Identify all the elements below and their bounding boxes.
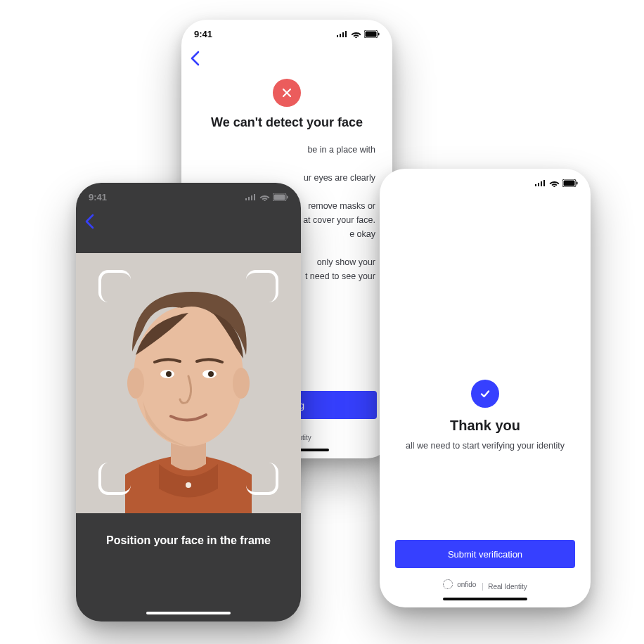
camera-viewport [76,253,301,513]
brand-footer: onfido Real Identity [380,579,591,591]
wifi-icon [351,30,361,38]
tip-1: be in a place with [194,143,375,157]
submit-button-label: Submit verification [448,549,522,560]
back-icon[interactable] [190,51,200,69]
svg-point-13 [233,368,250,399]
status-time: 9:41 [194,29,212,39]
signal-icon [535,179,546,186]
brand-logo-icon [443,579,453,589]
battery-icon [562,179,578,187]
svg-point-17 [208,371,214,377]
svg-point-15 [166,371,172,377]
status-bar: 9:41 [76,183,301,211]
back-icon[interactable] [84,214,94,232]
phone-camera-screen: 9:41 [76,183,301,622]
status-bar [380,169,591,197]
svg-rect-8 [287,195,288,198]
nav-bar [181,48,392,72]
brand-name: onfido [457,581,476,588]
check-icon [471,380,499,408]
svg-point-10 [186,482,191,488]
error-title: We can't detect your face [194,115,380,130]
camera-instruction: Position your face in the frame [76,534,301,547]
success-message: all we need to start verifying your iden… [380,439,591,453]
nav-bar [76,211,301,235]
wifi-icon [549,179,560,187]
brand-tagline: Real Identity [482,583,527,591]
battery-icon [364,30,380,38]
error-icon [273,79,301,107]
wifi-icon [259,193,270,201]
home-indicator [443,598,527,600]
submit-button[interactable]: Submit verification [395,540,575,568]
signal-icon [245,193,257,200]
svg-rect-5 [577,181,578,184]
home-indicator [146,612,231,614]
phone-success-screen: Thank you all we need to start verifying… [380,169,591,607]
status-icons [337,30,380,38]
svg-point-12 [127,368,144,399]
svg-rect-7 [274,194,285,200]
status-icons [535,179,578,187]
success-title: Thank you [380,418,591,434]
signal-icon [337,30,348,37]
status-icons [245,193,288,201]
svg-rect-2 [378,32,380,35]
status-bar: 9:41 [181,20,392,48]
battery-icon [273,193,288,201]
svg-rect-4 [564,180,575,186]
svg-rect-1 [366,31,377,37]
status-time: 9:41 [89,192,107,202]
